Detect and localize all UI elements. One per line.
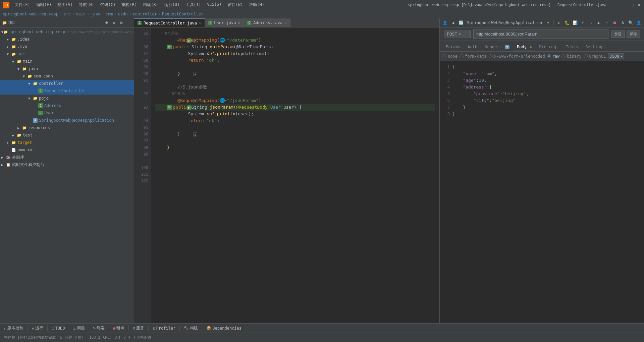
code-content[interactable]: 0个用法 ▶ ▼ @RequestMapping(🌐▾"/dateParam") <box>151 27 439 323</box>
menu-view[interactable]: 视图(V) <box>55 1 75 8</box>
step-over-button[interactable]: ↷ <box>603 19 610 26</box>
tree-item-idea[interactable]: ▶ 📁 .idea <box>0 36 134 43</box>
http-url-input[interactable] <box>473 30 608 39</box>
tree-item-com-csdn[interactable]: ▼ 📁 com.csdn <box>0 72 134 80</box>
tree-item-external-libs[interactable]: ▶ 📚 外部库 <box>0 154 134 161</box>
breadcrumb-class[interactable]: RequestController <box>162 12 203 16</box>
tree-item-java[interactable]: ▼ 📁 java <box>0 65 134 72</box>
status-indent[interactable]: 4 个空格缩进 <box>128 335 151 340</box>
profile-button[interactable]: ⚡ <box>580 19 586 26</box>
tree-item-pom[interactable]: 📄 pom.xml <box>0 146 134 154</box>
breadcrumb-main[interactable]: main <box>76 12 86 16</box>
tab-address[interactable]: C Address.java ✕ <box>244 18 290 27</box>
stop-button[interactable]: ⏹ <box>611 19 618 26</box>
more-options-button[interactable]: … <box>588 19 594 26</box>
tree-item-main[interactable]: ▼ 📁 main <box>0 58 134 65</box>
sidebar-locate-button[interactable]: ⊕ <box>104 20 110 26</box>
menu-build[interactable]: 构建(B) <box>140 1 161 8</box>
bottom-terminal-button[interactable]: > 终端 <box>91 325 107 332</box>
menu-tools[interactable]: 工具(T) <box>183 1 204 8</box>
person-icon[interactable]: 👤 <box>442 19 448 26</box>
sidebar-collapse-button[interactable]: ≡ <box>111 20 117 26</box>
minimize-button[interactable]: ─ <box>625 3 629 7</box>
refresh-button[interactable]: 🔄 <box>458 19 464 26</box>
tree-item-application[interactable]: A SpringbootWebReqRespApplication <box>0 117 134 124</box>
sidebar-hide-button[interactable]: — <box>126 20 132 26</box>
breadcrumb-project[interactable]: springboot-web-req-resp <box>3 12 58 16</box>
tree-item-controller[interactable]: ▼ 📁 controller <box>0 80 134 87</box>
fold-line90-button[interactable]: ▲ <box>193 72 197 76</box>
menu-code[interactable]: 代码(C) <box>98 1 118 8</box>
bottom-build-button[interactable]: 🔨 构建 <box>181 325 201 332</box>
menu-nav[interactable]: 导航(N) <box>76 1 97 8</box>
close-button[interactable]: ✕ <box>637 3 641 7</box>
sidebar-options-button[interactable]: ⚙ <box>118 20 124 26</box>
maximize-button[interactable]: □ <box>631 3 635 7</box>
http-tab-tests[interactable]: Tests <box>562 43 581 51</box>
bottom-breakpoints-button[interactable]: ● 断点 <box>110 325 127 332</box>
tree-item-target[interactable]: ▶ 📁 target <box>0 139 134 146</box>
body-format-select[interactable]: JSON ▾ <box>608 53 624 59</box>
dropdown-button[interactable]: ▾ <box>545 19 551 26</box>
tab-close-user[interactable]: ✕ <box>238 21 240 25</box>
status-charset[interactable]: UTF-8 <box>114 335 125 340</box>
http-tab-auth[interactable]: Auth <box>464 43 481 51</box>
menu-run[interactable]: 运行(U) <box>162 1 182 8</box>
breadcrumb-com[interactable]: com <box>106 12 113 16</box>
breadcrumb-src[interactable]: src <box>63 12 71 16</box>
body-option-urlencoded[interactable]: x-www-form-urlencoded <box>489 54 545 59</box>
breadcrumb-csdn[interactable]: csdn <box>118 12 128 16</box>
bottom-profiler-button[interactable]: ◎ Profiler <box>150 325 178 332</box>
tree-item-resources[interactable]: ▶ 📁 resources <box>0 124 134 131</box>
menu-help[interactable]: 帮助(H) <box>246 1 267 8</box>
search-button[interactable]: 🔍 <box>628 19 634 26</box>
send-button[interactable]: 发送 <box>611 31 625 38</box>
tree-item-pojo[interactable]: ▼ 📁 pojo <box>0 95 134 102</box>
tree-item-scratch[interactable]: ▶ 📋 临时文件和控制台 <box>0 161 134 168</box>
user-avatar[interactable]: 👤 <box>635 19 642 26</box>
bottom-problems-button[interactable]: ⚠ 问题 <box>70 325 87 332</box>
json-content[interactable]: { "name":"tom", "age":10, "address":{ "p… <box>452 64 641 321</box>
breadcrumb-java[interactable]: java <box>91 12 100 16</box>
menu-edit[interactable]: 编辑(E) <box>34 1 54 8</box>
http-tab-headers[interactable]: Headers 9 <box>481 43 513 51</box>
breadcrumb-controller[interactable]: controller <box>133 12 157 16</box>
body-option-none[interactable]: none <box>442 54 458 59</box>
tree-item-user[interactable]: C User <box>0 109 134 117</box>
json-editor[interactable]: 1 2 3 4 5 6 7 8 { "name":"tom", "age":10… <box>440 61 644 323</box>
bottom-services-button[interactable]: ⚙ 服务 <box>130 325 147 332</box>
debug-button[interactable]: 🐛 <box>564 19 571 26</box>
body-option-raw[interactable]: raw <box>547 54 560 59</box>
run-app-button[interactable]: ▶ <box>556 19 562 26</box>
forward-button[interactable]: ▶ <box>596 19 602 26</box>
translate-button[interactable]: A <box>620 19 626 26</box>
tab-close-address[interactable]: ✕ <box>284 21 287 25</box>
body-option-graphql[interactable]: GraphQL <box>584 54 606 59</box>
body-option-form-data[interactable]: form-data <box>460 54 487 59</box>
tab-requestcontroller[interactable]: C RequestController.java ✕ <box>134 18 205 27</box>
menu-refactor[interactable]: 重构(R) <box>119 1 140 8</box>
tree-item-mvn[interactable]: ▶ 📁 .mvn <box>0 43 134 50</box>
menu-window[interactable]: 窗口(W) <box>225 1 246 8</box>
tab-user[interactable]: C User.java ✕ <box>205 18 244 27</box>
code-editor[interactable]: 85 86 87 88 89 90 91 92 93 94 95 96 97 9… <box>134 27 439 323</box>
http-tab-body[interactable]: Body <box>514 43 535 51</box>
body-option-binary[interactable]: binary <box>561 54 581 59</box>
http-tab-prereq[interactable]: Pre-req. <box>536 43 562 51</box>
bottom-todo-button[interactable]: ☑ TODO <box>49 325 67 332</box>
http-tab-settings[interactable]: Settings <box>582 43 608 51</box>
back-button[interactable]: ◀ <box>450 19 457 26</box>
tree-item-src[interactable]: ▼ 📁 src <box>0 50 134 58</box>
http-tab-params[interactable]: Params <box>442 43 464 51</box>
tree-item-root[interactable]: ▼ 📁 springboot-web-req-resp D:\javawebf作… <box>0 28 134 36</box>
tree-item-address[interactable]: C Address <box>0 102 134 109</box>
tree-item-requestcontroller[interactable]: C RequestController <box>0 87 134 95</box>
fold-line98-button[interactable]: ▲ <box>193 132 197 136</box>
bottom-vcs-button[interactable]: ⑃ 版本控制 <box>1 325 26 332</box>
tab-close-requestcontroller[interactable]: ✕ <box>199 21 201 25</box>
tree-item-test[interactable]: ▶ 📁 test <box>0 131 134 139</box>
menu-vcs[interactable]: VCS(S) <box>204 1 224 8</box>
bottom-dependencies-button[interactable]: 📦 Dependencies <box>204 325 244 332</box>
http-method-dropdown[interactable]: POST ▾ <box>444 30 471 38</box>
menu-file[interactable]: 文件(F) <box>12 1 33 8</box>
